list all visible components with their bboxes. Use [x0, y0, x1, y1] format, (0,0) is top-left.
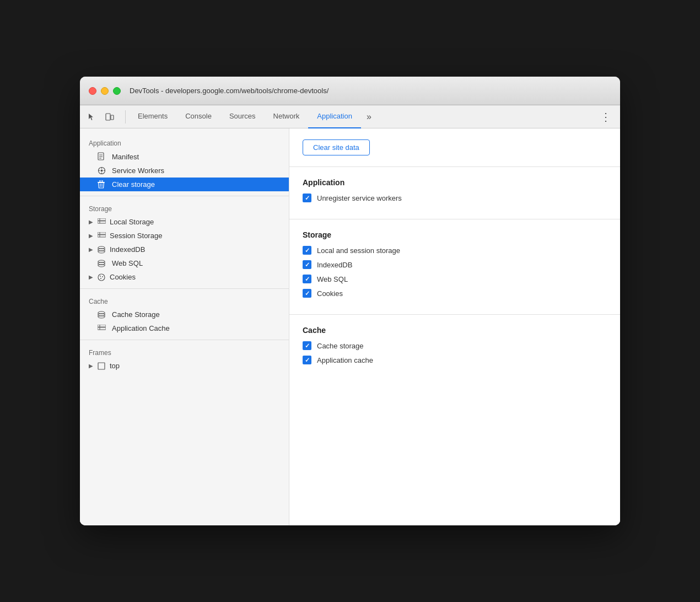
web-sql-icon: [98, 260, 107, 267]
toolbar-divider: [125, 110, 126, 123]
sidebar-item-web-sql[interactable]: Web SQL: [80, 256, 289, 270]
panel-application-title: Application: [303, 178, 607, 187]
checkbox-application-cache: Application cache: [303, 356, 607, 364]
svg-point-29: [98, 260, 105, 262]
svg-point-36: [102, 276, 103, 277]
sidebar-label-indexeddb: IndexedDB: [110, 245, 280, 254]
checkbox-local-session: Local and session storage: [303, 246, 607, 255]
expand-arrow-cookies: ▶: [89, 274, 95, 280]
tab-elements[interactable]: Elements: [129, 105, 176, 128]
cursor-tool-button[interactable]: [84, 109, 100, 125]
sidebar-label-web-sql: Web SQL: [112, 259, 280, 267]
cache-storage-icon: [98, 311, 107, 319]
tab-application[interactable]: Application: [308, 105, 361, 128]
sidebar-item-cookies[interactable]: ▶ Cookies: [80, 270, 289, 284]
checkbox-cache-storage: Cache storage: [303, 341, 607, 350]
more-options-button[interactable]: ⋮: [596, 110, 616, 123]
sidebar-item-local-storage[interactable]: ▶ Local Storage: [80, 215, 289, 229]
clear-site-data-button[interactable]: Clear site data: [303, 139, 370, 155]
manifest-icon: [98, 152, 107, 161]
devtools-window: DevTools - developers.google.com/web/too…: [80, 77, 620, 525]
cookies-icon: [98, 273, 107, 281]
cookies-label: Cookies: [317, 289, 343, 298]
svg-point-41: [98, 316, 105, 318]
right-panel: Clear site data Application Unregister s…: [289, 128, 620, 525]
close-button[interactable]: [89, 87, 96, 95]
indexeddb-checkbox[interactable]: [303, 260, 311, 269]
sidebar-label-cache-storage: Cache Storage: [112, 310, 280, 319]
tab-console[interactable]: Console: [176, 105, 220, 128]
sidebar-item-session-storage[interactable]: ▶ Session Storage: [80, 229, 289, 243]
tab-overflow-button[interactable]: »: [361, 112, 377, 122]
application-cache-label: Application cache: [317, 356, 373, 364]
svg-rect-17: [98, 221, 106, 223]
checkbox-indexeddb: IndexedDB: [303, 260, 607, 269]
sidebar-label-local-storage: Local Storage: [110, 218, 280, 226]
session-storage-icon: [98, 232, 107, 239]
divider-2: [80, 288, 289, 289]
cookies-checkbox[interactable]: [303, 289, 311, 298]
local-session-checkbox[interactable]: [303, 246, 311, 255]
indexeddb-icon: [98, 246, 107, 254]
svg-rect-20: [98, 232, 106, 234]
sidebar-item-top[interactable]: ▶ top: [80, 359, 289, 373]
svg-point-42: [98, 314, 105, 316]
sidebar-item-indexeddb[interactable]: ▶ IndexedDB: [80, 243, 289, 256]
svg-rect-13: [100, 180, 103, 182]
sidebar-item-cache-storage[interactable]: Cache Storage: [80, 308, 289, 321]
sidebar-section-frames: Frames: [80, 345, 289, 359]
sidebar-item-service-workers[interactable]: Service Workers: [80, 164, 289, 178]
tab-sources[interactable]: Sources: [220, 105, 265, 128]
toolbar-icons: [84, 109, 117, 125]
clear-data-section: Clear site data: [289, 128, 620, 167]
service-workers-icon: [98, 166, 107, 175]
unregister-sw-label: Unregister service workers: [317, 194, 402, 202]
expand-arrow-local-storage: ▶: [89, 219, 95, 225]
unregister-sw-checkbox[interactable]: [303, 194, 311, 202]
web-sql-checkbox[interactable]: [303, 275, 311, 283]
svg-rect-16: [98, 218, 106, 221]
sidebar-label-session-storage: Session Storage: [110, 232, 280, 240]
tab-network[interactable]: Network: [265, 105, 309, 128]
panel-storage-section: Storage Local and session storage Indexe…: [289, 219, 620, 315]
clear-storage-icon: [98, 180, 107, 189]
divider-1: [80, 196, 289, 196]
svg-rect-43: [98, 325, 106, 327]
expand-arrow-indexeddb: ▶: [89, 246, 95, 252]
svg-rect-47: [98, 363, 105, 369]
tabs: Elements Console Sources Network Applica…: [129, 105, 377, 128]
window-title: DevTools - developers.google.com/web/too…: [130, 87, 329, 95]
sidebar-section-storage: Storage: [80, 201, 289, 215]
cache-storage-label: Cache storage: [317, 342, 364, 350]
sidebar-label-service-workers: Service Workers: [112, 166, 280, 175]
title-bar: DevTools - developers.google.com/web/too…: [80, 77, 620, 105]
application-cache-checkbox[interactable]: [303, 356, 311, 364]
sidebar-item-application-cache[interactable]: Application Cache: [80, 321, 289, 335]
local-session-label: Local and session storage: [317, 246, 400, 255]
svg-point-38: [98, 311, 105, 314]
svg-rect-21: [98, 235, 106, 237]
panel-cache-section: Cache Cache storage Application cache: [289, 315, 620, 381]
sidebar-item-clear-storage[interactable]: Clear storage: [80, 178, 289, 191]
traffic-lights: [89, 87, 121, 95]
minimize-button[interactable]: [101, 87, 109, 95]
expand-arrow-top: ▶: [89, 363, 95, 369]
local-storage-icon: [98, 218, 107, 225]
sidebar-label-application-cache: Application Cache: [112, 324, 280, 332]
svg-point-28: [98, 249, 105, 251]
web-sql-label: Web SQL: [317, 275, 348, 283]
sidebar-label-top: top: [110, 362, 280, 370]
checkbox-cookies: Cookies: [303, 289, 607, 298]
cache-storage-checkbox[interactable]: [303, 341, 311, 350]
svg-rect-44: [98, 327, 106, 330]
checkbox-unregister-sw: Unregister service workers: [303, 194, 607, 202]
svg-rect-0: [106, 114, 110, 120]
sidebar: Application Manifest: [80, 128, 289, 525]
maximize-button[interactable]: [113, 87, 121, 95]
device-toolbar-button[interactable]: [102, 109, 117, 125]
svg-point-32: [98, 265, 105, 267]
toolbar: Elements Console Sources Network Applica…: [80, 105, 620, 128]
main-content: Application Manifest: [80, 128, 620, 525]
panel-storage-title: Storage: [303, 230, 607, 239]
sidebar-item-manifest[interactable]: Manifest: [80, 149, 289, 164]
